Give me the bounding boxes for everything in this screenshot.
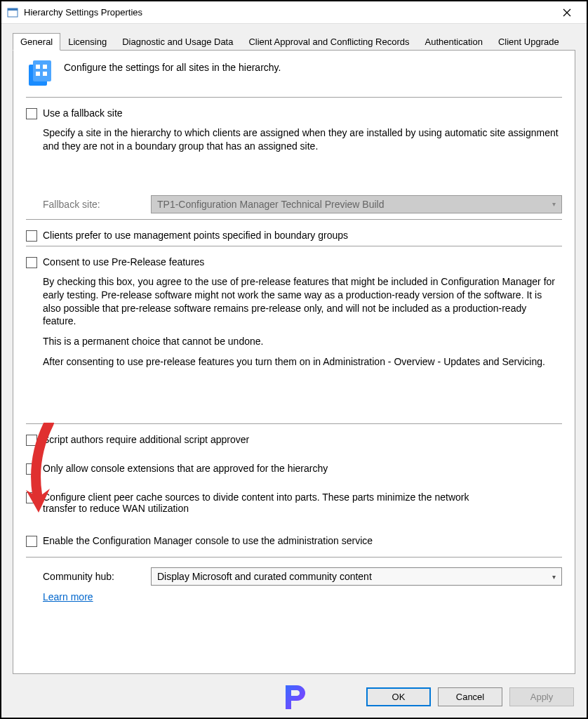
fallback-site-label: Use a fallback site xyxy=(43,107,123,119)
intro-text: Configure the settings for all sites in … xyxy=(64,62,281,73)
peer-cache-label: Configure client peer cache sources to d… xyxy=(43,492,492,514)
prerelease-checkbox[interactable] xyxy=(26,257,37,268)
fallback-description: Specify a site in the hierarchy to which… xyxy=(43,126,562,153)
peer-cache-checkbox[interactable] xyxy=(26,492,37,503)
dialog-buttons: OK Cancel Apply xyxy=(366,687,574,706)
chevron-down-icon: ▾ xyxy=(552,573,556,581)
divider xyxy=(26,97,562,98)
tab-diagnostic[interactable]: Diagnostic and Usage Data xyxy=(114,33,241,51)
tab-authentication[interactable]: Authentication xyxy=(417,33,490,51)
community-hub-selected: Display Microsoft and curated community … xyxy=(157,571,372,582)
svg-rect-9 xyxy=(43,72,47,76)
console-ext-label: Only allow console extensions that are a… xyxy=(43,463,328,474)
tab-client-approval[interactable]: Client Approval and Conflicting Records xyxy=(241,33,417,51)
learn-more-link[interactable]: Learn more xyxy=(43,591,93,602)
tab-panel-general: Configure the settings for all sites in … xyxy=(13,51,575,674)
mgmt-points-label: Clients prefer to use management points … xyxy=(43,230,348,241)
window-icon xyxy=(7,7,18,18)
prerelease-p1: By checking this box, you agree to the u… xyxy=(43,275,562,329)
prerelease-p3: After consenting to use pre-release feat… xyxy=(43,355,562,369)
admin-service-label: Enable the Configuration Manager console… xyxy=(43,535,373,546)
close-button[interactable] xyxy=(553,3,581,22)
prerelease-p2: This is a permanent choice that cannot b… xyxy=(43,335,562,348)
svg-rect-5 xyxy=(33,60,51,81)
svg-rect-1 xyxy=(8,8,18,11)
titlebar: Hierarchy Settings Properties xyxy=(1,1,587,24)
console-ext-checkbox[interactable] xyxy=(26,463,37,475)
tab-client-upgrade[interactable]: Client Upgrade xyxy=(490,33,567,51)
apply-button: Apply xyxy=(509,687,574,706)
script-approver-checkbox[interactable] xyxy=(26,435,37,446)
close-icon xyxy=(563,8,571,17)
community-hub-select[interactable]: Display Microsoft and curated community … xyxy=(151,567,562,586)
script-approver-label: Script authors require additional script… xyxy=(43,434,249,445)
mgmt-points-checkbox[interactable] xyxy=(26,230,37,242)
divider xyxy=(26,557,562,558)
chevron-down-icon: ▾ xyxy=(552,200,556,208)
tab-general[interactable]: General xyxy=(13,33,60,51)
cancel-button[interactable]: Cancel xyxy=(438,687,502,706)
svg-rect-7 xyxy=(43,65,47,69)
ok-button[interactable]: OK xyxy=(366,687,431,706)
divider xyxy=(26,219,562,220)
hierarchy-icon xyxy=(26,60,54,90)
svg-rect-6 xyxy=(36,65,40,69)
admin-service-checkbox[interactable] xyxy=(26,536,37,547)
divider xyxy=(26,246,562,246)
watermark-logo-icon xyxy=(279,681,309,712)
fallback-site-checkbox[interactable] xyxy=(26,108,37,119)
tab-strip: General Licensing Diagnostic and Usage D… xyxy=(13,32,575,51)
fallback-site-field-label: Fallback site: xyxy=(43,199,134,210)
divider xyxy=(26,423,562,424)
tab-licensing[interactable]: Licensing xyxy=(60,33,114,51)
fallback-site-selected: TP1-Configuration Manager Technical Prev… xyxy=(157,199,384,210)
window-title: Hierarchy Settings Properties xyxy=(24,7,553,18)
community-hub-label: Community hub: xyxy=(43,571,134,582)
svg-rect-8 xyxy=(36,72,40,76)
prerelease-label: Consent to use Pre-Release features xyxy=(43,256,204,268)
fallback-site-select: TP1-Configuration Manager Technical Prev… xyxy=(151,195,562,213)
